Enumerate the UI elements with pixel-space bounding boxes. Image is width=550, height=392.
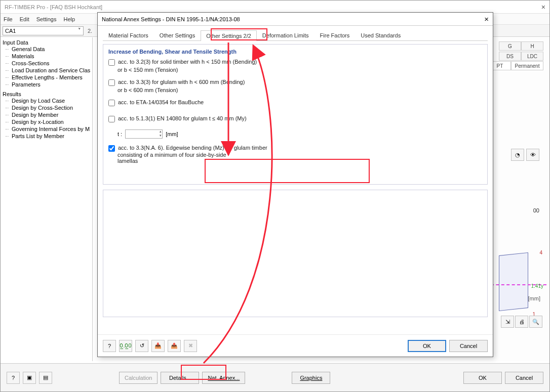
tab-used-standards[interactable]: Used Standards	[355, 30, 406, 40]
tree-parts-list[interactable]: Parts List by Member	[3, 133, 90, 140]
nat-annex-button[interactable]: Nat. Annex...	[202, 372, 245, 384]
tree-parameters[interactable]: Parameters	[3, 81, 90, 88]
col-g: G	[499, 41, 521, 51]
tab-fire-factors[interactable]: Fire Factors	[315, 30, 356, 40]
graphics-button[interactable]: Graphics	[292, 372, 330, 384]
section-shape	[499, 252, 528, 311]
print-icon[interactable]: 🖨	[515, 316, 528, 328]
t-input[interactable]	[125, 129, 163, 139]
dlg-import-icon[interactable]: 📥	[151, 340, 165, 352]
grid-row-data: PT Permanent	[489, 61, 543, 70]
tree-effective-lengths[interactable]: Effective Lengths - Members	[3, 74, 90, 81]
label-glulam-600-sub: or b < 600 mm (Tension)	[117, 87, 482, 93]
cell-ds: DS	[499, 52, 521, 61]
node-4: 4	[539, 250, 542, 255]
label-en14080: acc. to 5.1.3(1) EN 14080 for glulam t ≤…	[118, 115, 247, 121]
dialog-tabs: Material Factors Other Settings Other Se…	[103, 30, 488, 41]
label-solid-timber-sub: or b < 150 mm (Tension)	[117, 67, 482, 73]
axis-icon[interactable]: ⇲	[501, 316, 514, 328]
t-label: t :	[117, 131, 122, 137]
national-annex-dialog: National Annex Settings - DIN EN 1995-1-…	[97, 12, 493, 357]
tab-deformation-limits[interactable]: Deformation Limits	[257, 30, 315, 40]
dialog-footer: ? 0̲.0̲0 ↺ 📥 📤 ✖ OK Cancel	[98, 334, 493, 357]
empty-group	[103, 190, 488, 317]
check-edgewise-bending[interactable]	[108, 145, 115, 152]
dlg-precision-icon[interactable]: 0̲.0̲0	[119, 340, 132, 352]
label-glulam-600: acc. to 3.3(3) for glulam with h < 600 m…	[118, 79, 245, 85]
group-title: Increase of Bending, Shear and Tensile S…	[108, 49, 482, 55]
tree-load-duration[interactable]: Load Duration and Service Class	[3, 67, 90, 74]
zoom-icon[interactable]: 🔍	[529, 316, 542, 328]
tree-materials[interactable]: Materials	[3, 53, 90, 60]
dlg-cancel-button[interactable]: Cancel	[449, 340, 488, 352]
diagram-top-label: 00	[533, 207, 539, 213]
tree-general-data[interactable]: General Data	[3, 46, 90, 53]
dlg-delete-icon: ✖	[184, 340, 197, 352]
strength-increase-group: Increase of Bending, Shear and Tensile S…	[103, 44, 488, 185]
dlg-reset-icon[interactable]: ↺	[135, 340, 148, 352]
cell-permanent: Permanent	[511, 61, 543, 70]
export2-icon[interactable]: ▤	[39, 372, 52, 384]
combo-value: CA1	[5, 28, 16, 34]
label-edgewise-b: consisting of a minimum of four side-by-…	[117, 152, 482, 158]
label-baubuche: acc. to ETA-14/0354 for BauBuche	[118, 99, 204, 105]
main-footer: ? ▣ ▤ Calculation Details... Nat. Annex.…	[1, 363, 549, 391]
filter-icon[interactable]: ◔	[511, 149, 524, 161]
label-edgewise-c: lamellas	[117, 158, 482, 164]
tab-other-settings-2[interactable]: Other Settings 2/2	[201, 30, 257, 41]
eye-icon[interactable]: 👁	[526, 149, 539, 161]
cell-ldc: LDC	[521, 52, 543, 61]
chevron-down-icon: ˅	[78, 27, 81, 34]
tree-input-data[interactable]: Input Data	[3, 39, 90, 46]
menu-file[interactable]: File	[4, 16, 13, 22]
grid-row-headers: DS LDC	[499, 52, 543, 61]
y-label: 1.41y	[531, 283, 543, 289]
dlg-help-icon[interactable]: ?	[103, 340, 116, 352]
tab-material-factors[interactable]: Material Factors	[103, 30, 154, 40]
menu-settings[interactable]: Settings	[36, 16, 57, 22]
details-button[interactable]: Details...	[161, 372, 199, 384]
tree-design-crosssection[interactable]: Design by Cross-Section	[3, 104, 90, 111]
label-solid-timber: acc. to 3.2(3) for solid timber with h <…	[118, 59, 257, 65]
cancel-button[interactable]: Cancel	[505, 372, 543, 384]
tree-design-xlocation[interactable]: Design by x-Location	[3, 118, 90, 125]
menu-edit[interactable]: Edit	[20, 16, 29, 22]
case-combo[interactable]: CA1 ˅	[3, 26, 84, 35]
window-title: RF-TIMBER Pro - [FAQ BSH Hochkant]	[5, 4, 541, 10]
view-icons: ◔ 👁	[511, 149, 539, 161]
tree-design-member[interactable]: Design by Member	[3, 111, 90, 118]
col-h: H	[521, 41, 543, 51]
close-icon[interactable]: ×	[541, 3, 545, 11]
dialog-titlebar: National Annex Settings - DIN EN 1995-1-…	[98, 13, 493, 26]
calculation-button[interactable]: Calculation	[119, 372, 158, 384]
diagram-preview: 00 4 1 1.41y	[496, 205, 542, 367]
view-toolbar: ⇲ 🖨 🔍	[501, 316, 542, 328]
section-number: 2.	[88, 28, 92, 34]
help-icon[interactable]: ?	[7, 372, 20, 384]
check-glulam-600[interactable]	[108, 79, 115, 86]
grid-cols: G H	[499, 41, 543, 51]
ok-button[interactable]: OK	[463, 372, 502, 384]
dlg-export-icon[interactable]: 📤	[168, 340, 181, 352]
navigation-tree: Input Data General Data Materials Cross-…	[1, 37, 93, 361]
check-baubuche[interactable]	[108, 100, 115, 106]
tree-cross-sections[interactable]: Cross-Sections	[3, 60, 90, 67]
dlg-ok-button[interactable]: OK	[408, 340, 446, 352]
dialog-close-icon[interactable]: ×	[484, 15, 489, 23]
menu-help[interactable]: Help	[63, 16, 75, 22]
tree-governing-forces[interactable]: Governing Internal Forces by M	[3, 125, 90, 133]
t-unit: [mm]	[166, 131, 178, 137]
check-solid-timber[interactable]	[108, 59, 115, 66]
dialog-title: National Annex Settings - DIN EN 1995-1-…	[102, 16, 484, 22]
unit-mm: [mm]	[528, 295, 540, 301]
tree-design-loadcase[interactable]: Design by Load Case	[3, 97, 90, 104]
tab-other-settings[interactable]: Other Settings	[154, 30, 201, 40]
tree-results[interactable]: Results	[3, 91, 90, 97]
export-icon[interactable]: ▣	[23, 372, 36, 384]
check-en14080[interactable]	[108, 116, 115, 122]
label-edgewise-a: acc. to 3.3(N.A. 6). Edgewise bending (M…	[118, 145, 267, 151]
